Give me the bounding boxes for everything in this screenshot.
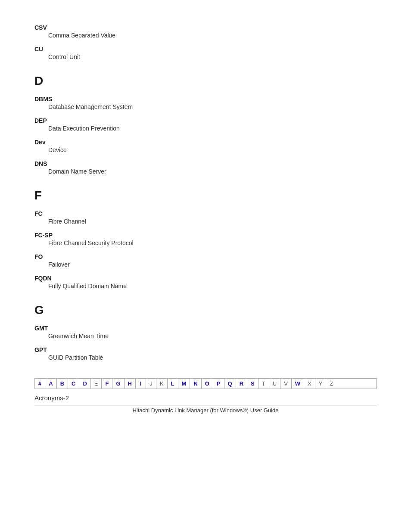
acronym-term: FC-SP xyxy=(34,232,377,239)
acronym-definition: Database Management System xyxy=(48,103,377,110)
nav-bar-item-g[interactable]: G xyxy=(112,379,124,389)
acronym-term: DNS xyxy=(34,160,377,167)
acronym-term: FO xyxy=(34,253,377,260)
nav-bar-item-x: X xyxy=(304,379,315,389)
nav-bar-item-e: E xyxy=(91,379,102,389)
nav-bar-item-h[interactable]: H xyxy=(125,379,136,389)
nav-bar: #ABCDEFGHIJKLMNOPQRSTUVWXYZ xyxy=(34,378,377,389)
nav-bar-item-n[interactable]: N xyxy=(190,379,201,389)
acronym-term: Dev xyxy=(34,139,377,146)
acronym-definition: Device xyxy=(48,146,377,153)
acronym-term: FQDN xyxy=(34,275,377,282)
nav-bar-item-i[interactable]: I xyxy=(136,379,146,389)
nav-bar-item-j: J xyxy=(146,379,156,389)
acronym-section: DDBMSDatabase Management SystemDEPData E… xyxy=(34,74,377,175)
nav-bar-item-d[interactable]: D xyxy=(79,379,90,389)
nav-bar-item-t: T xyxy=(258,379,269,389)
nav-bar-item-#[interactable]: # xyxy=(35,379,45,389)
section-letter-heading: D xyxy=(34,74,377,88)
nav-bar-item-w[interactable]: W xyxy=(292,379,304,389)
acronym-definition: Comma Separated Value xyxy=(48,32,377,39)
acronym-definition: Greenwich Mean Time xyxy=(48,333,377,339)
acronym-term: DEP xyxy=(34,117,377,124)
nav-bar-item-v: V xyxy=(280,379,292,389)
nav-bar-item-l[interactable]: L xyxy=(168,379,178,389)
nav-bar-item-a[interactable]: A xyxy=(45,379,56,389)
nav-bar-item-m[interactable]: M xyxy=(178,379,190,389)
section-letter-heading: G xyxy=(34,303,377,317)
footer-text: Hitachi Dynamic Link Manager (for Window… xyxy=(34,407,377,414)
nav-bar-item-b[interactable]: B xyxy=(57,379,68,389)
nav-bar-item-r[interactable]: R xyxy=(236,379,247,389)
acronym-definition: Control Unit xyxy=(48,53,377,60)
acronym-term: GPT xyxy=(34,346,377,353)
acronym-definition: Fully Qualified Domain Name xyxy=(48,283,377,289)
acronym-term: GMT xyxy=(34,325,377,332)
acronym-term: FC xyxy=(34,210,377,217)
nav-bar-item-f[interactable]: F xyxy=(102,379,112,389)
nav-bar-item-u: U xyxy=(269,379,280,389)
acronym-definition: Fibre Channel xyxy=(48,218,377,225)
acronym-term: DBMS xyxy=(34,96,377,103)
acronym-term: CU xyxy=(34,46,377,53)
nav-bar-item-s[interactable]: S xyxy=(247,379,258,389)
acronym-definition: Data Execution Prevention xyxy=(48,125,377,132)
nav-bar-item-k: K xyxy=(156,379,168,389)
page-label: Acronyms-2 xyxy=(34,394,377,401)
section-letter-heading: F xyxy=(34,189,377,202)
main-content: CSVComma Separated ValueCUControl UnitDD… xyxy=(34,24,377,361)
acronym-definition: Failover xyxy=(48,261,377,268)
acronym-definition: Domain Name Server xyxy=(48,168,377,175)
acronym-definition: GUID Partition Table xyxy=(48,354,377,361)
nav-bar-item-p[interactable]: P xyxy=(213,379,224,389)
nav-bar-item-y: Y xyxy=(315,379,327,389)
nav-bar-item-o[interactable]: O xyxy=(202,379,213,389)
acronym-term: CSV xyxy=(34,24,377,31)
acronym-section: CSVComma Separated ValueCUControl Unit xyxy=(34,24,377,60)
acronym-section: GGMTGreenwich Mean TimeGPTGUID Partition… xyxy=(34,303,377,361)
nav-bar-item-c[interactable]: C xyxy=(68,379,79,389)
footer-divider xyxy=(34,405,377,405)
acronym-definition: Fibre Channel Security Protocol xyxy=(48,240,377,246)
nav-bar-item-q[interactable]: Q xyxy=(224,379,236,389)
nav-bar-item-z: Z xyxy=(326,379,336,389)
acronym-section: FFCFibre ChannelFC-SPFibre Channel Secur… xyxy=(34,189,377,289)
